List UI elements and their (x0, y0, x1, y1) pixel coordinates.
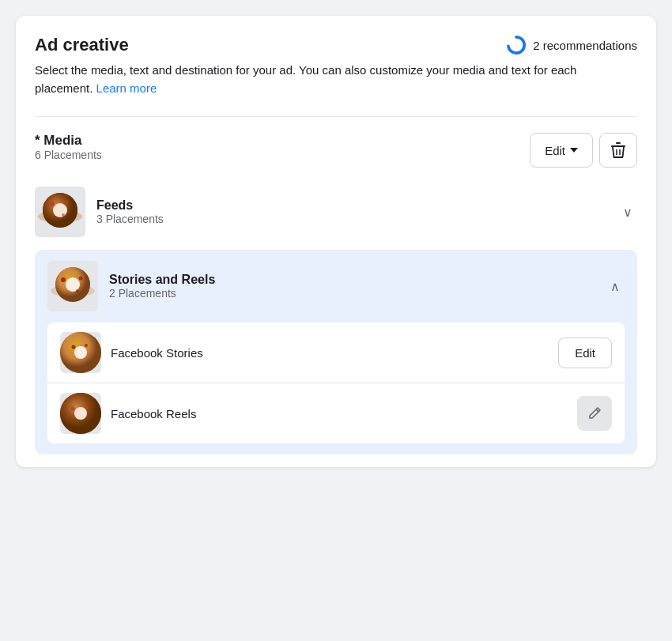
feeds-name: Feeds (96, 198, 164, 213)
feeds-image (35, 187, 85, 237)
feeds-info: Feeds 3 Placements (96, 198, 164, 225)
facebook-reels-left: Facebook Reels (60, 393, 196, 434)
media-title: * Media (35, 133, 102, 149)
stories-reels-left: Stories and Reels 2 Placements (47, 261, 215, 311)
svg-point-22 (72, 345, 76, 349)
facebook-reels-name: Facebook Reels (111, 407, 196, 420)
media-header: * Media 6 Placements Edit (35, 133, 637, 174)
svg-line-29 (596, 409, 598, 412)
header: Ad creative 2 recommendations (35, 35, 637, 55)
facebook-reels-pencil-button[interactable] (577, 396, 612, 431)
stories-donut-sm-svg (60, 332, 101, 373)
media-title-group: * Media 6 Placements (35, 133, 102, 174)
svg-rect-1 (611, 145, 625, 147)
chevron-down-icon (570, 148, 578, 153)
ad-creative-card: Ad creative 2 recommendations Select the… (16, 16, 656, 467)
facebook-stories-image (60, 332, 101, 373)
facebook-reels-image (60, 393, 101, 434)
trash-button[interactable] (599, 133, 637, 168)
subtitle: Select the media, text and destination f… (35, 62, 637, 97)
stories-reels-count: 2 Placements (109, 287, 215, 300)
feeds-count: 3 Placements (96, 213, 164, 225)
svg-point-10 (65, 201, 69, 205)
feeds-chevron-icon: ∨ (618, 205, 637, 220)
svg-point-28 (85, 405, 89, 409)
media-section: * Media 6 Placements Edit (35, 116, 637, 454)
facebook-stories-edit-button[interactable]: Edit (558, 337, 612, 368)
svg-point-9 (50, 202, 55, 206)
recommendations-badge: 2 recommendations (506, 35, 637, 55)
reels-donut-sm-svg (60, 393, 101, 434)
pencil-icon (587, 406, 602, 420)
svg-point-27 (71, 407, 75, 411)
trash-icon (610, 141, 626, 159)
page-title: Ad creative (35, 35, 129, 55)
facebook-stories-left: Facebook Stories (60, 332, 203, 373)
feeds-group-header[interactable]: Feeds 3 Placements ∨ (35, 177, 637, 247)
sub-placements-list: Facebook Stories Edit (47, 322, 625, 443)
svg-point-18 (76, 289, 79, 292)
svg-point-21 (74, 346, 87, 359)
spinner-icon (506, 35, 527, 55)
svg-point-11 (62, 213, 65, 217)
svg-point-17 (79, 277, 83, 281)
edit-button[interactable]: Edit (530, 133, 593, 168)
facebook-stories-row: Facebook Stories Edit (47, 322, 625, 383)
learn-more-link[interactable]: Learn more (96, 81, 157, 95)
svg-point-23 (85, 344, 88, 347)
edit-button-label: Edit (545, 144, 565, 157)
svg-point-0 (508, 37, 524, 53)
media-placements-count: 6 Placements (35, 149, 102, 161)
stories-reels-name: Stories and Reels (109, 273, 215, 287)
stories-reels-info: Stories and Reels 2 Placements (109, 273, 215, 300)
svg-rect-2 (616, 142, 621, 144)
stories-donut-svg (47, 261, 98, 311)
stories-reels-header[interactable]: Stories and Reels 2 Placements ∧ (47, 261, 625, 322)
svg-point-8 (53, 203, 67, 217)
stories-reels-group: Stories and Reels 2 Placements ∧ (35, 250, 637, 454)
stories-reels-chevron-icon: ∧ (606, 279, 625, 294)
svg-point-16 (61, 277, 66, 282)
recommendations-label: 2 recommendations (533, 39, 637, 52)
stories-reels-image (47, 261, 98, 311)
facebook-reels-row: Facebook Reels (47, 383, 625, 443)
facebook-stories-name: Facebook Stories (111, 346, 203, 360)
feeds-left: Feeds 3 Placements (35, 187, 164, 237)
media-actions: Edit (530, 133, 637, 168)
feeds-group: Feeds 3 Placements ∨ (35, 177, 637, 247)
feeds-donut-svg (35, 187, 85, 237)
svg-point-26 (74, 407, 87, 420)
